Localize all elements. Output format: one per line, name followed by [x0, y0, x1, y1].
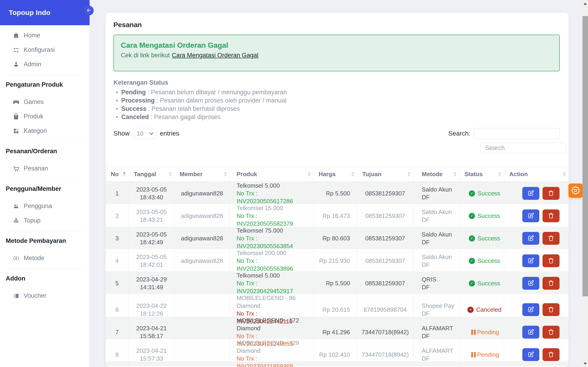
gamepad-icon [13, 99, 19, 106]
sort-icons [563, 172, 566, 176]
alert-body: Cek di link berikutCara Mengatasi Ordera… [121, 52, 552, 59]
cell-tujuan: 085381259307 [357, 272, 414, 295]
column-header[interactable]: Harga [313, 167, 357, 181]
page-size-control: Show 10 entries [113, 128, 179, 139]
sidebar-item-games[interactable]: Games [0, 95, 90, 109]
column-header[interactable]: Tanggal [129, 167, 174, 181]
alert-link[interactable]: Cara Mengatasi Orderan Gagal [172, 52, 258, 59]
sidebar-item-pesanan[interactable]: Pesanan [0, 161, 90, 176]
cell-tanggal: 2023-05-05 18:42:01 [129, 249, 174, 273]
edit-icon [527, 328, 534, 336]
cell-member: adigunawan828 [174, 182, 230, 205]
cell-metode: QRIS DF [414, 272, 459, 295]
sidebar-divider [5, 269, 85, 269]
edit-order-button[interactable] [522, 187, 539, 200]
orders-card: Pesanan Cara Mengatasi Orderan Gagal Cek… [106, 13, 569, 367]
sidebar-item-konfigurasi[interactable]: Konfigurasi [0, 43, 90, 57]
users-icon [13, 203, 19, 210]
sidebar-item-admin[interactable]: Admin [0, 57, 90, 72]
scrollbar-down-arrow[interactable] [584, 363, 587, 365]
status-legend-item: Processing : Pesanan dalam proses oleh p… [121, 96, 561, 105]
column-header[interactable]: Action [504, 167, 569, 181]
sort-icons [408, 172, 410, 176]
trash-icon [548, 328, 554, 336]
edit-icon [527, 280, 534, 287]
cell-action [504, 272, 569, 295]
cell-tujuan: 085381259307 [357, 249, 414, 273]
secondary-search-input[interactable] [481, 143, 566, 153]
status-badge: Pending [477, 328, 499, 336]
sidebar-section-header: Pengguna/Member [0, 185, 90, 193]
delete-order-button[interactable] [543, 326, 560, 339]
edit-order-button[interactable] [522, 277, 539, 290]
sort-icons [123, 172, 126, 176]
scrollbar-up-arrow[interactable] [584, 3, 587, 5]
sidebar-item-kategori[interactable]: Kategori [0, 124, 90, 138]
edit-icon [527, 235, 534, 242]
table-row: 1 2023-05-05 18:43:40 adigunawan828 Telk… [106, 182, 569, 204]
sidebar-item-metode[interactable]: Metode [0, 251, 90, 265]
sort-icons [224, 172, 227, 176]
delete-order-button[interactable] [543, 277, 560, 290]
cell-produk: Telkomsel 5.000 No Trx : INV202305056172… [230, 182, 313, 205]
page-size-select[interactable]: 10 [133, 128, 157, 139]
cell-status: Success [459, 227, 504, 250]
sidebar-item-pengguna[interactable]: Pengguna [0, 199, 90, 213]
column-header[interactable]: Tujuan [357, 167, 414, 181]
cell-no: 2 [106, 204, 129, 227]
cell-produk: Telkomsel 200.000 No Trx : INV2023050556… [230, 249, 313, 273]
table-row: 7 2023-04-21 15:58:17 MOBILELEGEND - 172… [106, 317, 569, 339]
column-header[interactable]: Metode [414, 167, 459, 181]
cell-no: 3 [106, 227, 129, 250]
trash-icon [548, 257, 554, 265]
sort-icons [169, 172, 172, 176]
cart-icon [13, 165, 19, 172]
table-row-partial [106, 361, 569, 366]
delete-order-button[interactable] [543, 254, 560, 267]
delete-order-button[interactable] [543, 348, 560, 361]
column-header[interactable]: Status [459, 167, 504, 181]
column-header[interactable]: Produk [230, 167, 313, 181]
scrollbar-thumb[interactable] [582, 16, 588, 296]
search-label: Search: [448, 130, 471, 137]
sidebar-collapse-button[interactable] [84, 6, 94, 15]
sidebar-item-voucher[interactable]: Voucher [0, 289, 90, 303]
cell-status: Success [459, 272, 504, 295]
status-legend-item: Canceled : Pesanan gagal diproses [121, 113, 561, 121]
cell-tujuan: 085381259307 [357, 204, 414, 227]
search-input[interactable] [474, 128, 560, 139]
sidebar-item-home[interactable]: Home [0, 28, 90, 43]
edit-order-button[interactable] [522, 326, 539, 339]
edit-order-button[interactable] [522, 209, 539, 222]
column-header[interactable]: Member [174, 167, 230, 181]
sidebar-section-header: Metode Pembayaran [0, 237, 90, 245]
table-row: 3 2023-05-05 18:42:49 adigunawan828 Telk… [106, 227, 569, 249]
status-icon [469, 280, 475, 286]
cell-no: 5 [106, 272, 129, 295]
edit-order-button[interactable] [522, 348, 539, 361]
alert-heading: Cara Mengatasi Orderan Gagal [121, 41, 552, 50]
settings-fab-button[interactable] [569, 184, 583, 198]
delete-order-button[interactable] [543, 232, 560, 245]
delete-order-button[interactable] [543, 209, 560, 222]
status-icon [470, 329, 475, 335]
edit-order-button[interactable] [522, 254, 539, 267]
table-row: 2 2023-05-05 18:43:21 adigunawan828 Telk… [106, 204, 569, 227]
column-header[interactable]: No [106, 167, 129, 181]
status-badge: Success [477, 279, 500, 287]
orders-table: No Tanggal Member Produk [106, 167, 569, 366]
sidebar-item-produk[interactable]: Produk [0, 109, 90, 124]
page-scrollbar[interactable] [582, 0, 588, 367]
trash-icon [548, 235, 554, 242]
status-badge: Canceled [476, 306, 502, 314]
delete-order-button[interactable] [543, 187, 560, 200]
cell-member: adigunawan828 [174, 227, 230, 250]
sort-icons [454, 172, 456, 176]
edit-order-button[interactable] [522, 303, 539, 316]
delete-order-button[interactable] [543, 303, 560, 316]
cell-tanggal: 2023-05-05 18:42:49 [129, 227, 174, 250]
sidebar-item-topup[interactable]: Topup [0, 213, 90, 228]
edit-order-button[interactable] [522, 232, 539, 245]
search-control: Search: [448, 128, 560, 139]
sidebar: Topoup Indo Home Konfigurasi Admin [0, 0, 90, 367]
